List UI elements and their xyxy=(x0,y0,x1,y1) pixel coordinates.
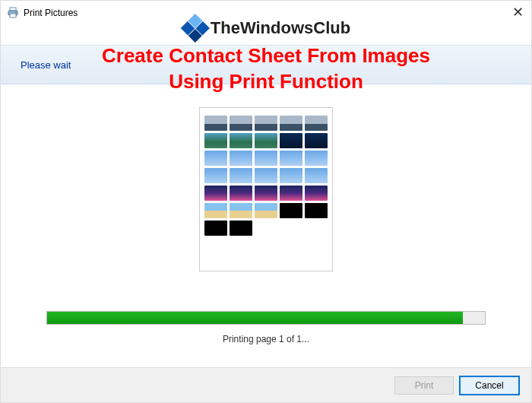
print-button: Print xyxy=(394,376,454,395)
contact-sheet-preview xyxy=(199,107,333,271)
thumbnail xyxy=(255,221,277,236)
headline-line1: Create Contact Sheet From Images xyxy=(102,44,430,67)
thumbnail xyxy=(204,221,227,236)
thumbnail xyxy=(204,116,227,131)
svg-rect-0 xyxy=(10,8,16,11)
thumbnail xyxy=(230,116,252,131)
thumbnail xyxy=(305,203,328,218)
thumbnail xyxy=(230,221,252,236)
thumbnail xyxy=(204,186,227,201)
thumbnail xyxy=(280,133,302,148)
thumbnail xyxy=(305,168,328,183)
cancel-button[interactable]: Cancel xyxy=(460,376,519,395)
headline-overlay: Create Contact Sheet From Images Using P… xyxy=(102,43,430,95)
thumbnail xyxy=(305,186,328,201)
thumbnail xyxy=(280,221,302,236)
thumbnail xyxy=(280,186,302,201)
thumbnail xyxy=(230,151,252,166)
headline-line2: Using Print Function xyxy=(102,69,430,95)
thumbnail xyxy=(204,168,227,183)
thumbnail xyxy=(255,186,277,201)
thumbnail xyxy=(280,116,302,131)
thumbnail xyxy=(305,116,328,131)
thumbnail xyxy=(255,203,277,218)
svg-rect-2 xyxy=(10,14,16,17)
thumbnail xyxy=(230,203,252,218)
printer-icon xyxy=(7,7,19,19)
thumbnail xyxy=(305,151,328,166)
brand-overlay: TheWindowsClub xyxy=(182,14,350,42)
thumbnail xyxy=(230,186,252,201)
please-wait-text: Please wait xyxy=(21,59,71,71)
thumbnail xyxy=(280,168,302,183)
thumbnail xyxy=(204,203,227,218)
thumbnail xyxy=(280,203,302,218)
progress-bar xyxy=(46,311,486,325)
thumbnail xyxy=(204,133,227,148)
window-title: Print Pictures xyxy=(24,8,78,18)
thumbnail xyxy=(305,133,328,148)
thumbnail xyxy=(255,151,277,166)
brand-name: TheWindowsClub xyxy=(211,18,350,38)
status-text: Printing page 1 of 1... xyxy=(1,334,531,344)
thumbnail xyxy=(255,133,277,148)
close-button[interactable]: ✕ xyxy=(510,5,525,21)
thumbnail xyxy=(305,221,328,236)
thumbnail xyxy=(204,151,227,166)
thumbnail xyxy=(255,116,277,131)
dialog-footer: Print Cancel xyxy=(1,367,531,402)
svg-point-3 xyxy=(15,11,17,13)
thumbnail xyxy=(280,151,302,166)
thumbnail xyxy=(230,133,252,148)
thumbnail xyxy=(230,168,252,183)
thumbnail xyxy=(255,168,277,183)
progress-fill xyxy=(47,312,463,324)
brand-logo-icon xyxy=(181,14,210,43)
thumbnail-grid xyxy=(204,116,328,236)
